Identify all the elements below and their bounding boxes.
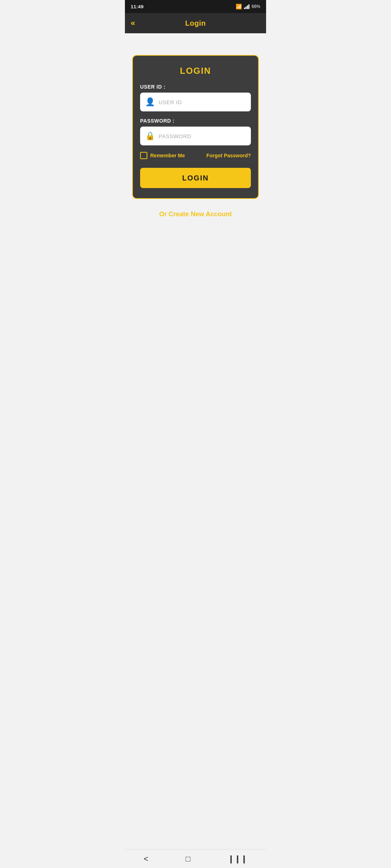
remember-me-container[interactable]: Remember Me — [140, 152, 185, 159]
back-button[interactable]: « — [131, 19, 135, 27]
user-icon: 👤 — [145, 97, 155, 107]
page-wrapper: 11:49 📶 66% « Login LOGIN USER ID : 👤 — [125, 0, 266, 305]
options-row: Remember Me Forgot Password? — [140, 152, 251, 159]
main-content: LOGIN USER ID : 👤 PASSWORD : 🔒 Remember … — [125, 33, 266, 305]
status-time: 11:49 — [131, 4, 144, 9]
create-account-link[interactable]: Or Create New Account — [159, 210, 232, 218]
status-bar: 11:49 📶 66% — [125, 0, 266, 13]
remember-me-label: Remember Me — [150, 153, 185, 158]
user-id-input[interactable] — [159, 99, 246, 105]
header: « Login — [125, 13, 266, 33]
user-id-input-wrapper: 👤 — [140, 93, 251, 111]
status-right: 📶 66% — [236, 4, 260, 9]
password-label: PASSWORD : — [140, 118, 251, 124]
battery-indicator: 66% — [252, 4, 260, 9]
forgot-password-link[interactable]: Forgot Password? — [206, 153, 251, 158]
wifi-icon: 📶 — [236, 4, 242, 9]
page-title: Login — [185, 19, 206, 27]
login-card: LOGIN USER ID : 👤 PASSWORD : 🔒 Remember … — [132, 55, 259, 199]
signal-icon — [244, 4, 249, 9]
lock-icon: 🔒 — [145, 131, 155, 141]
password-input[interactable] — [159, 133, 246, 139]
remember-me-checkbox[interactable] — [140, 152, 147, 159]
login-button[interactable]: LOGIN — [140, 168, 251, 188]
user-id-label: USER ID : — [140, 84, 251, 90]
password-input-wrapper: 🔒 — [140, 127, 251, 145]
login-card-title: LOGIN — [140, 66, 251, 76]
